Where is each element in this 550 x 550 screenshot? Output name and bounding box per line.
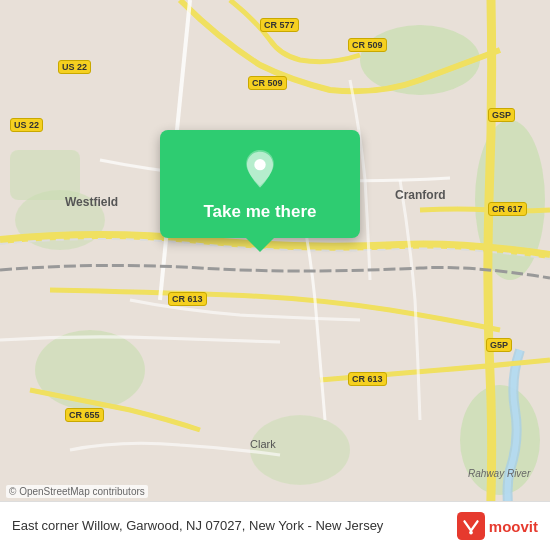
place-label-westfield: Westfield [65, 195, 118, 209]
road-label-cr509-top: CR 509 [348, 38, 387, 52]
road-label-us22-top: US 22 [58, 60, 91, 74]
road-label-cr509-mid: CR 509 [248, 76, 287, 90]
road-label-cr577: CR 577 [260, 18, 299, 32]
road-label-us22-left: US 22 [10, 118, 43, 132]
svg-point-3 [35, 330, 145, 410]
osm-attribution: © OpenStreetMap contributors [6, 485, 148, 498]
moovit-text: moovit [489, 518, 538, 535]
take-me-there-label: Take me there [203, 202, 316, 222]
road-label-gsp-top: GSP [488, 108, 515, 122]
road-label-gsp-bot: G5P [486, 338, 512, 352]
map-container: CR 577 US 22 US 22 CR 509 CR 509 GSP CR … [0, 0, 550, 550]
svg-rect-6 [10, 150, 80, 200]
svg-rect-8 [457, 512, 485, 540]
bottom-bar: East corner Willow, Garwood, NJ 07027, N… [0, 501, 550, 550]
svg-point-7 [254, 159, 265, 170]
svg-point-9 [469, 531, 473, 535]
take-me-there-card[interactable]: Take me there [160, 130, 360, 238]
location-pin-icon [238, 150, 282, 194]
place-label-clark: Clark [250, 438, 276, 450]
place-label-cranford: Cranford [395, 188, 446, 202]
svg-point-0 [360, 25, 480, 95]
road-label-cr655: CR 655 [65, 408, 104, 422]
road-label-cr617: CR 617 [488, 202, 527, 216]
svg-point-4 [250, 415, 350, 485]
road-label-cr613-left: CR 613 [168, 292, 207, 306]
road-label-cr613-right: CR 613 [348, 372, 387, 386]
place-label-rahway: Rahway River [468, 468, 530, 479]
address-text: East corner Willow, Garwood, NJ 07027, N… [12, 518, 457, 535]
moovit-logo-icon [457, 512, 485, 540]
moovit-logo: moovit [457, 512, 538, 540]
